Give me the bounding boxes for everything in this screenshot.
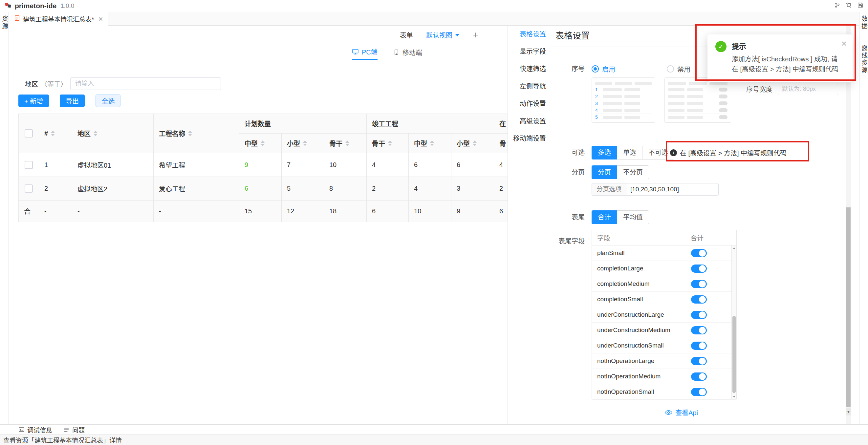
export-button[interactable]: 导出: [60, 95, 85, 107]
sort-icon[interactable]: [473, 140, 477, 146]
row-checkbox[interactable]: [25, 184, 33, 193]
option-single[interactable]: 单选: [617, 146, 643, 159]
right-rail-offline-tab[interactable]: 离线资源: [860, 45, 868, 74]
header-region[interactable]: 地区: [72, 114, 154, 153]
left-rail-resources-tab[interactable]: 资源: [0, 15, 9, 30]
app-logo-icon: [5, 2, 12, 10]
sort-icon[interactable]: [261, 140, 265, 146]
form-link[interactable]: 表单: [400, 30, 413, 40]
phone-icon: [393, 49, 400, 56]
panel-nav-item[interactable]: 左侧导航: [508, 78, 550, 95]
debug-info-button[interactable]: 调试信息: [19, 425, 52, 434]
sort-icon[interactable]: [345, 140, 349, 146]
field-toggle[interactable]: [691, 388, 707, 396]
field-toggle[interactable]: [691, 357, 707, 365]
option-average[interactable]: 平均值: [617, 210, 649, 224]
field-toggle[interactable]: [691, 249, 707, 257]
scroll-up-icon[interactable]: ▲: [732, 246, 736, 250]
total-row: 合 - - - 15 12 18 6 10 9 6: [19, 200, 508, 222]
toast-close-icon[interactable]: ×: [841, 39, 847, 48]
field-toggle[interactable]: [691, 311, 707, 319]
cell-value: 9: [239, 153, 282, 177]
panel-nav-item[interactable]: 高级设置: [508, 113, 550, 130]
option-sum[interactable]: 合计: [592, 210, 617, 224]
panel-nav-item[interactable]: 移动端设置: [508, 130, 550, 147]
tab-close-icon[interactable]: ×: [98, 15, 103, 23]
problems-button[interactable]: 问题: [63, 425, 85, 434]
field-name: notInOperationSmall: [592, 384, 685, 400]
field-toggle[interactable]: [691, 264, 707, 273]
view-selector[interactable]: 默认视图: [426, 30, 460, 40]
header-project[interactable]: 工程名称: [154, 114, 239, 153]
fields-scrollbar[interactable]: ▲ ▼: [732, 246, 736, 399]
add-view-button[interactable]: +: [473, 30, 479, 40]
header-plan-backbone[interactable]: 骨干: [324, 133, 367, 153]
panel-nav-item[interactable]: 表格设置: [508, 26, 550, 43]
settings-panel: 表格设置显示字段快速筛选左侧导航动作设置高级设置移动端设置 表格设置 序号 启用…: [507, 26, 859, 424]
header-plan-medium[interactable]: 中型: [239, 133, 282, 153]
pagination-options-input[interactable]: [626, 183, 719, 196]
tab-mobile[interactable]: 移动端: [393, 44, 422, 60]
option-multi[interactable]: 多选: [592, 146, 617, 159]
header-index[interactable]: #: [39, 114, 72, 153]
sort-icon[interactable]: [94, 131, 97, 136]
right-rail-data-tab[interactable]: 数据: [860, 15, 868, 30]
select-all-checkbox[interactable]: [25, 129, 33, 137]
cell-value: 3: [452, 177, 494, 200]
cell-region: 虚拟地区01: [72, 153, 154, 177]
option-none[interactable]: 不可选: [642, 146, 674, 159]
titlebar: primeton-ide 1.0.0: [0, 0, 868, 12]
option-unpaged[interactable]: 不分页: [617, 165, 649, 179]
serial-disable-radio[interactable]: 禁用: [667, 62, 690, 75]
sort-icon[interactable]: [303, 140, 307, 146]
filter-input[interactable]: [70, 77, 221, 90]
sort-icon[interactable]: [430, 140, 434, 146]
cell-value: 6: [367, 200, 409, 222]
branch-icon[interactable]: [834, 2, 840, 10]
monitor-icon: [352, 48, 359, 55]
view-selector-label: 默认视图: [426, 30, 453, 40]
branch-compare-icon[interactable]: [846, 2, 852, 10]
sort-icon[interactable]: [51, 131, 55, 136]
header-plan-small[interactable]: 小型: [282, 133, 324, 153]
option-paged[interactable]: 分页: [592, 165, 617, 179]
field-toggle[interactable]: [691, 373, 707, 381]
tab-pc[interactable]: PC端: [352, 44, 377, 60]
header-partial[interactable]: 骨: [494, 133, 507, 153]
tab-label: 建筑工程基本情况汇总表*: [23, 14, 94, 23]
field-row: completionSmall: [592, 292, 736, 307]
panel-scrollbar[interactable]: ▼: [846, 26, 851, 424]
header-completion-backbone[interactable]: 骨干: [367, 133, 409, 153]
scrollbar-thumb[interactable]: [733, 316, 736, 393]
field-toggle[interactable]: [691, 280, 707, 288]
sort-icon[interactable]: [388, 140, 392, 146]
total-label: 合: [19, 200, 39, 222]
field-toggle[interactable]: [691, 342, 707, 350]
field-name: completionSmall: [592, 292, 685, 307]
row-checkbox[interactable]: [25, 161, 33, 169]
panel-nav-item[interactable]: 动作设置: [508, 95, 550, 113]
header-completion-small[interactable]: 小型: [452, 133, 494, 153]
field-toggle[interactable]: [691, 295, 707, 304]
add-button[interactable]: + 新增: [19, 95, 49, 107]
field-toggle[interactable]: [691, 326, 707, 335]
filter-operator[interactable]: 〈等于〉: [41, 79, 67, 89]
scroll-down-icon[interactable]: ▼: [732, 394, 736, 399]
serial-enable-radio[interactable]: 启用: [592, 62, 615, 75]
cell-value: 6: [494, 200, 507, 222]
sort-icon[interactable]: [188, 131, 192, 136]
cell-region: 虚拟地区2: [72, 177, 154, 200]
serial-width-input[interactable]: [778, 83, 838, 95]
select-all-button[interactable]: 全选: [96, 95, 121, 107]
editor-tab[interactable]: 建筑工程基本情况汇总表* ×: [9, 12, 108, 26]
save-icon[interactable]: [857, 2, 863, 10]
cell-value: -: [154, 200, 239, 222]
panel-nav-item[interactable]: 显示字段: [508, 43, 550, 60]
scrollbar-thumb[interactable]: [846, 208, 850, 407]
header-completion-medium[interactable]: 中型: [409, 133, 452, 153]
status-bar: 调试信息 问题: [0, 424, 868, 435]
left-rail: 资源: [0, 12, 9, 424]
view-api-link[interactable]: 查看Api: [665, 408, 698, 417]
scroll-down-icon[interactable]: ▼: [846, 408, 851, 415]
editor-tabbar: 建筑工程基本情况汇总表* ×: [9, 12, 859, 26]
